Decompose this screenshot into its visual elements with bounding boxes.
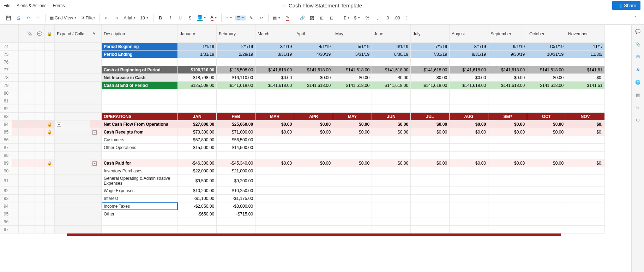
- cell[interactable]: $0.: [566, 74, 605, 82]
- cell[interactable]: [19, 82, 25, 89]
- percent-icon[interactable]: %: [363, 14, 372, 22]
- help-rail-icon[interactable]: ⛭: [635, 105, 641, 111]
- cell[interactable]: 86: [0, 136, 12, 144]
- insert-row-icon[interactable]: ⊟: [327, 14, 336, 22]
- cell[interactable]: [35, 113, 45, 120]
- cell[interactable]: [19, 136, 25, 144]
- cell[interactable]: 92: [0, 187, 12, 195]
- cell[interactable]: [450, 89, 488, 97]
- grid-scroll-area[interactable]: 📎 💬 🔒 Expand / Colla... A... Description…: [0, 25, 631, 272]
- col-aug[interactable]: August: [450, 25, 488, 43]
- cell[interactable]: $125,508.00: [217, 66, 255, 74]
- cell[interactable]: 85: [0, 128, 12, 136]
- cell[interactable]: [294, 105, 333, 113]
- cell[interactable]: [411, 210, 450, 218]
- cell[interactable]: [25, 195, 35, 202]
- cell[interactable]: [35, 58, 45, 66]
- cell[interactable]: [294, 218, 333, 226]
- undo-icon[interactable]: ↶: [24, 14, 32, 22]
- cell[interactable]: [411, 58, 450, 66]
- cell[interactable]: $141,61: [566, 82, 605, 89]
- filter-button[interactable]: ⧩ Filter: [80, 16, 97, 20]
- cell[interactable]: [25, 58, 35, 66]
- cell[interactable]: [566, 187, 605, 195]
- cell[interactable]: -$3,000.00: [217, 202, 255, 210]
- cell[interactable]: [25, 175, 35, 187]
- cell[interactable]: $141,618.00: [411, 82, 450, 89]
- collapse-toggle[interactable]: −: [92, 161, 97, 166]
- cell[interactable]: [90, 152, 102, 159]
- cell[interactable]: [35, 66, 45, 74]
- collapse-toggle[interactable]: −: [92, 130, 97, 135]
- cell[interactable]: Net Cash Flow From Operations: [102, 120, 178, 128]
- cell[interactable]: [25, 89, 35, 97]
- align-h-icon[interactable]: ≡▼: [224, 16, 234, 20]
- cell[interactable]: [12, 58, 19, 66]
- cell[interactable]: -$21,000.00: [217, 167, 255, 175]
- cell[interactable]: [566, 202, 605, 210]
- cell[interactable]: [294, 89, 333, 97]
- cell[interactable]: 96: [0, 218, 12, 226]
- a-col-header[interactable]: A...: [90, 25, 102, 43]
- cell[interactable]: -$1,100.00: [178, 195, 217, 202]
- cell[interactable]: [35, 89, 45, 97]
- cell[interactable]: Cash at Beginning of Period: [102, 66, 178, 74]
- fill-color-icon[interactable]: 🪣▼: [196, 15, 208, 21]
- cell[interactable]: [255, 175, 294, 187]
- cell[interactable]: 94: [0, 202, 12, 210]
- cell[interactable]: $0.00: [255, 128, 294, 136]
- cell[interactable]: [372, 167, 411, 175]
- cell[interactable]: [35, 175, 45, 187]
- cell[interactable]: -$45,340.00: [217, 159, 255, 167]
- cell[interactable]: 87: [0, 144, 12, 152]
- cell[interactable]: [19, 226, 25, 233]
- cell[interactable]: [411, 167, 450, 175]
- share-button[interactable]: 👥 Share: [612, 1, 640, 10]
- cell[interactable]: [372, 175, 411, 187]
- chat-rail-icon[interactable]: 🗨: [635, 117, 641, 124]
- cell[interactable]: [19, 89, 25, 97]
- cell[interactable]: [45, 187, 55, 195]
- cell[interactable]: [25, 187, 35, 195]
- cell[interactable]: [411, 202, 450, 210]
- cell[interactable]: [102, 97, 178, 105]
- italic-icon[interactable]: I: [166, 14, 175, 22]
- cell[interactable]: FEB: [217, 113, 255, 120]
- cell[interactable]: [527, 105, 566, 113]
- cell[interactable]: [488, 226, 527, 233]
- cell[interactable]: [488, 210, 527, 218]
- cell[interactable]: [45, 136, 55, 144]
- cell[interactable]: [411, 226, 450, 233]
- cell[interactable]: 8/31/19: [450, 51, 488, 58]
- gutter-col-1[interactable]: [12, 25, 19, 43]
- cell[interactable]: [45, 113, 55, 120]
- expand-col-header[interactable]: Expand / Colla...: [55, 25, 90, 43]
- cell[interactable]: [90, 43, 102, 51]
- cell[interactable]: 79: [0, 82, 12, 89]
- cell[interactable]: [25, 113, 35, 120]
- cell[interactable]: [12, 210, 19, 218]
- cell[interactable]: $141,618.00: [450, 82, 488, 89]
- cell[interactable]: 74: [0, 43, 12, 51]
- cell[interactable]: $141,618.00: [333, 82, 372, 89]
- cell[interactable]: -$46,300.00: [178, 159, 217, 167]
- cell[interactable]: 2/28/19: [217, 51, 255, 58]
- cell[interactable]: [90, 144, 102, 152]
- cell[interactable]: 8/1/19: [450, 43, 488, 51]
- attachments-rail-icon[interactable]: 📎: [635, 41, 641, 47]
- cell[interactable]: OPERATIONS: [102, 113, 178, 120]
- cell[interactable]: [55, 195, 90, 202]
- cell[interactable]: [333, 105, 372, 113]
- cell[interactable]: $0.00: [333, 74, 372, 82]
- cell[interactable]: [25, 74, 35, 82]
- cell[interactable]: [372, 89, 411, 97]
- cell[interactable]: $125,508.00: [178, 82, 217, 89]
- cell[interactable]: [566, 58, 605, 66]
- cell[interactable]: [255, 144, 294, 152]
- cell[interactable]: [12, 89, 19, 97]
- activity-rail-icon[interactable]: ≋: [635, 66, 641, 73]
- cell[interactable]: [178, 152, 217, 159]
- cell[interactable]: [35, 195, 45, 202]
- more-icon[interactable]: ⋮: [403, 14, 411, 22]
- cell[interactable]: [12, 167, 19, 175]
